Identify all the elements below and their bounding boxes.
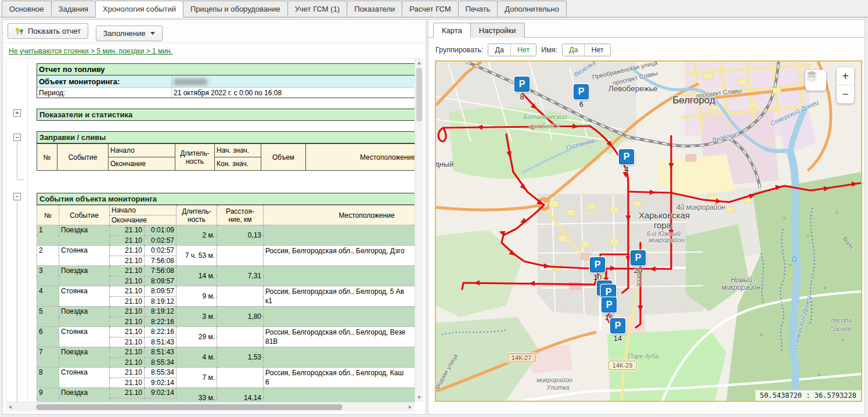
cell-end-date[interactable] bbox=[110, 398, 145, 402]
cell-begin-time[interactable]: 0:02:57 bbox=[145, 246, 177, 256]
cell-end-time[interactable]: 8:19:12 bbox=[145, 296, 177, 307]
cell-begin-time[interactable]: 8:51:43 bbox=[145, 347, 177, 358]
cell-distance[interactable] bbox=[217, 286, 264, 307]
tab-Основное[interactable]: Основное bbox=[2, 1, 52, 17]
cell-end-time[interactable]: 8:22:16 bbox=[145, 317, 177, 327]
cell-location[interactable] bbox=[264, 225, 415, 246]
cell-begin-date[interactable]: 21.10 bbox=[110, 225, 145, 236]
name-yes-button[interactable]: Да bbox=[563, 44, 584, 56]
cell-end-date[interactable]: 21.10 bbox=[110, 378, 145, 388]
scroll-up-icon[interactable] bbox=[417, 62, 421, 64]
cell-num[interactable]: 6 bbox=[37, 327, 59, 347]
cell-end-date[interactable]: 21.10 bbox=[110, 296, 145, 307]
cell-duration[interactable]: 29 м. bbox=[177, 327, 217, 347]
scroll-right-icon[interactable] bbox=[409, 405, 412, 409]
cell-begin-time[interactable]: 7:56:08 bbox=[145, 266, 177, 276]
cell-distance[interactable]: 14,14 bbox=[217, 388, 264, 402]
horizontal-scrollbar[interactable] bbox=[6, 402, 415, 411]
tab-Печать[interactable]: Печать bbox=[458, 1, 498, 17]
vertical-scrollbar[interactable] bbox=[415, 59, 423, 402]
group-yes-button[interactable]: Да bbox=[488, 44, 510, 56]
cell-location[interactable]: Россия, Белгородская обл., Белгород, Вез… bbox=[264, 327, 415, 347]
cell-end-date[interactable]: 21.10 bbox=[110, 357, 145, 368]
cell-num[interactable]: 2 bbox=[37, 246, 59, 266]
cell-location[interactable]: Россия, Белгородская обл., Белгород, Дзг… bbox=[264, 246, 415, 266]
parking-marker[interactable]: P bbox=[631, 250, 646, 265]
cell-begin-time[interactable]: 0:01:09 bbox=[145, 225, 177, 236]
section-fuel[interactable]: Заправки / сливы bbox=[37, 131, 415, 143]
report-canvas[interactable]: Отчет по топливу Объект мониторинга: Пер… bbox=[27, 59, 415, 402]
cell-end-date[interactable]: 21.10 bbox=[110, 235, 145, 246]
cell-event[interactable]: Стоянка bbox=[59, 246, 110, 266]
cell-end-time[interactable]: 8:55:34 bbox=[145, 357, 177, 368]
layers-button[interactable] bbox=[805, 70, 826, 91]
cell-end-time[interactable]: 7:56:08 bbox=[145, 256, 177, 266]
collapse-events-button[interactable]: − bbox=[13, 193, 21, 200]
cell-location[interactable] bbox=[264, 266, 415, 286]
event-row[interactable]: 2Стоянка21.100:02:577 ч. 53 м.Россия, Бе… bbox=[37, 246, 415, 256]
zoom-out-button[interactable]: − bbox=[837, 85, 854, 103]
parking-marker[interactable]: P bbox=[514, 77, 530, 92]
cell-num[interactable]: 1 bbox=[37, 225, 59, 246]
zoom-in-button[interactable]: + bbox=[837, 67, 854, 85]
cell-location[interactable]: Россия, Белгородская обл., Белгород, Каш… bbox=[264, 368, 415, 388]
tab-Задания[interactable]: Задания bbox=[51, 1, 96, 17]
tab-Учет ГСМ (1)[interactable]: Учет ГСМ (1) bbox=[287, 1, 347, 17]
cell-distance[interactable] bbox=[217, 368, 264, 388]
horizontal-scroll-thumb[interactable] bbox=[36, 404, 343, 410]
cell-event[interactable]: Поездка bbox=[59, 225, 110, 246]
cell-end-date[interactable]: 21.10 bbox=[110, 317, 145, 327]
cell-end-time[interactable]: 8:09:57 bbox=[145, 276, 177, 286]
cell-begin-time[interactable]: 8:09:57 bbox=[145, 286, 177, 297]
cell-location[interactable] bbox=[264, 347, 415, 368]
cell-distance[interactable]: 1,53 bbox=[217, 347, 264, 368]
tab-Дополнительно[interactable]: Дополнительно bbox=[497, 1, 567, 17]
cell-begin-date[interactable]: 21.10 bbox=[110, 388, 145, 398]
cell-event[interactable]: Поездка bbox=[59, 388, 110, 402]
cell-begin-date[interactable]: 21.10 bbox=[110, 246, 145, 256]
parking-marker[interactable]: P bbox=[610, 318, 625, 333]
show-report-button[interactable]: Показать отчет bbox=[8, 23, 88, 39]
cell-num[interactable]: 8 bbox=[37, 368, 59, 388]
cell-event[interactable]: Стоянка bbox=[59, 286, 110, 307]
cell-end-date[interactable]: 21.10 bbox=[110, 337, 145, 347]
group-no-button[interactable]: Нет bbox=[510, 44, 536, 56]
cell-event[interactable]: Поездка bbox=[59, 307, 110, 327]
cell-begin-date[interactable]: 21.10 bbox=[110, 307, 145, 317]
section-stats[interactable]: Показатели и статистика bbox=[37, 109, 415, 121]
map-canvas[interactable]: Преображенская улицапроспект Славыпроспе… bbox=[436, 62, 861, 401]
parking-marker[interactable]: P bbox=[590, 257, 605, 272]
tab-Прицепы и оборудование[interactable]: Прицепы и оборудование bbox=[183, 1, 288, 17]
tab-map[interactable]: Карта bbox=[433, 23, 471, 38]
cell-location[interactable]: Россия, Белгородская обл., Белгород, 5 А… bbox=[264, 286, 415, 307]
cell-distance[interactable]: 1,80 bbox=[217, 307, 264, 327]
cell-duration[interactable]: 2 м. bbox=[177, 225, 217, 246]
cell-end-time[interactable] bbox=[145, 398, 177, 402]
cell-begin-time[interactable]: 8:22:16 bbox=[145, 327, 177, 337]
cell-begin-time[interactable]: 8:19:12 bbox=[145, 307, 177, 317]
cell-begin-date[interactable]: 21.10 bbox=[110, 327, 145, 337]
cell-duration[interactable]: 4 м. bbox=[177, 347, 217, 368]
expand-stats-button[interactable]: + bbox=[13, 109, 21, 117]
event-row[interactable]: 9Поездка21.109:02:1433 м.14,14 bbox=[37, 388, 415, 398]
parking-marker[interactable]: P bbox=[574, 84, 589, 99]
cell-distance[interactable]: 0,13 bbox=[217, 225, 264, 246]
cell-begin-date[interactable]: 21.10 bbox=[110, 266, 145, 276]
tab-Расчет ГСМ[interactable]: Расчет ГСМ bbox=[402, 1, 459, 17]
cell-distance[interactable] bbox=[217, 327, 264, 347]
cell-end-time[interactable]: 0:02:57 bbox=[145, 235, 177, 246]
cell-num[interactable]: 5 bbox=[37, 307, 59, 327]
event-row[interactable]: 8Стоянка21.108:55:347 м.Россия, Белгород… bbox=[37, 368, 415, 378]
section-events[interactable]: События объекта мониторинга bbox=[37, 193, 415, 205]
cell-begin-date[interactable]: 21.10 bbox=[110, 347, 145, 358]
cell-duration[interactable]: 14 м. bbox=[177, 266, 217, 286]
cell-end-time[interactable]: 8:51:43 bbox=[145, 337, 177, 347]
event-row[interactable]: 7Поездка21.108:51:434 м.1,53 bbox=[37, 347, 415, 358]
cell-duration[interactable]: 7 м. bbox=[177, 368, 217, 388]
cell-num[interactable]: 3 bbox=[37, 266, 59, 286]
cell-begin-date[interactable]: 21.10 bbox=[110, 368, 145, 378]
scroll-down-icon[interactable] bbox=[417, 396, 421, 399]
cell-begin-time[interactable]: 9:02:14 bbox=[145, 388, 177, 398]
name-no-button[interactable]: Нет bbox=[584, 44, 610, 56]
cell-duration[interactable]: 33 м. bbox=[177, 388, 217, 402]
